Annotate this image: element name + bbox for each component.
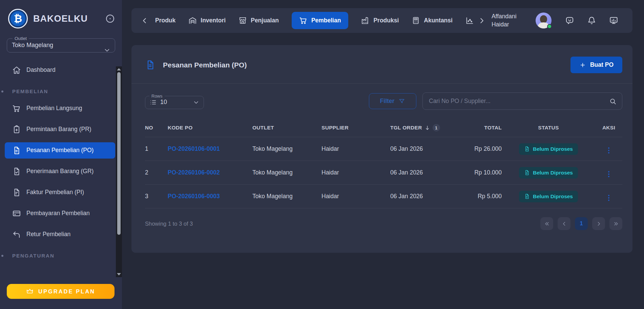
last-page-button[interactable] [609,217,622,230]
tab-pembelian[interactable]: Pembelian [292,12,349,29]
sidebar-item-pembayaran-pembelian[interactable]: Pembayaran Pembelian [5,205,115,222]
cell-supplier: Haidar [321,161,390,185]
online-status-dot [547,24,552,29]
chevron-left-icon [561,221,567,227]
sidebar-section-pembelian: PEMBELIAN [0,88,115,94]
store-icon [238,16,247,25]
user-name: Affandani Haidar [492,13,528,28]
po-link[interactable]: PO-20260106-0003 [168,193,220,200]
upgrade-plan-button[interactable]: UPGRADE PLAN [7,284,115,299]
bell-icon[interactable] [587,16,596,25]
tab-penjualan[interactable]: Penjualan [238,16,279,25]
cell-no: 2 [145,161,168,185]
nav-back-icon[interactable] [140,16,149,25]
column-header-kode: KODE PO [168,119,252,137]
cell-total: Rp 10.000 [451,161,502,185]
sidebar-item-label: Pembelian Langsung [26,104,82,112]
sidebar-item-retur-pembelian[interactable]: Retur Pembelian [5,226,115,243]
sidebar-scrollbar[interactable] [116,66,122,277]
tab-laporan[interactable] [465,16,474,25]
search-icon[interactable] [609,98,617,105]
funnel-icon [398,98,405,105]
first-page-button[interactable] [540,217,553,230]
tab-label: Penjualan [251,17,279,24]
avatar[interactable] [536,13,552,28]
page-1-button[interactable]: 1 [575,217,588,230]
home-icon [12,66,21,75]
nav-forward-icon[interactable] [477,16,486,25]
row-actions-kebab-icon[interactable] [606,170,611,179]
corner-up-left-icon [12,230,21,239]
row-actions-kebab-icon[interactable] [606,146,611,155]
sidebar-item-dashboard[interactable]: Dashboard [5,62,115,78]
sidebar-menu: DashboardPEMBELIANPembelian LangsungPerm… [0,62,122,259]
sidebar-item-label: Faktur Pembelian (PI) [26,188,84,197]
brand-name: BAKOELKU [33,14,88,24]
cart-icon [299,16,308,25]
sidebar: ₿ BAKOELKU Outlet Toko Magelang Dashboar… [0,0,122,309]
tab-produksi[interactable]: Produksi [361,16,399,25]
tab-label: Produk [155,17,175,24]
cell-status: Belum Diproses [502,185,595,208]
cell-outlet: Toko Magelang [252,185,321,208]
cell-total: Rp 5.000 [451,185,502,208]
pagination: 1 [540,217,622,230]
tab-produk[interactable]: Produk [155,17,175,24]
document-icon [145,60,155,70]
cell-aksi [595,185,622,208]
message-smile-icon[interactable] [565,16,574,25]
status-badge: Belum Diproses [519,191,578,202]
scroll-down-icon[interactable] [117,273,121,275]
sidebar-item-pembelian-langsung[interactable]: Pembelian Langsung [5,100,115,117]
page-title: Pesanan Pembelian (PO) [163,61,247,69]
outlet-select[interactable]: Outlet Toko Magelang [7,36,115,53]
status-badge: Belum Diproses [519,167,578,179]
factory-icon [361,16,370,25]
outlet-value: Toko Magelang [12,42,110,49]
scroll-up-icon[interactable] [117,68,121,70]
create-po-button[interactable]: Buat PO [570,57,622,73]
file-icon [524,193,530,199]
cell-kode-po: PO-20260106-0003 [168,185,252,208]
tab-inventori[interactable]: Inventori [188,16,226,25]
filter-label: Filter [380,98,395,105]
file-check-icon [12,167,21,176]
sidebar-item-label: Permintaan Barang (PR) [26,125,91,133]
cell-supplier: Haidar [321,185,390,208]
sidebar-section-pengaturan: PENGATURAN [0,253,115,259]
sidebar-item-faktur-pembelian-pi-[interactable]: Faktur Pembelian (PI) [5,184,115,201]
column-header-tgl[interactable]: TGL ORDER1 [390,119,451,137]
prev-page-button[interactable] [558,217,570,230]
next-page-button[interactable] [592,217,605,230]
sort-order-badge: 1 [433,124,440,131]
tab-label: Akuntansi [424,17,453,24]
rows-per-page-select[interactable]: Rows 10 [145,94,204,109]
monitor-chart-icon[interactable] [609,16,618,25]
create-po-label: Buat PO [590,61,614,68]
column-header-status: STATUS [502,119,595,137]
cell-outlet: Toko Magelang [252,161,321,185]
chevron-down-icon [193,99,200,106]
sidebar-item-permintaan-barang-pr-[interactable]: Permintaan Barang (PR) [5,121,115,138]
sortable-header[interactable]: TGL ORDER1 [390,124,440,131]
outlet-label: Outlet [13,36,29,41]
sidebar-item-pesanan-pembelian-po-[interactable]: Pesanan Pembelian (PO) [5,142,115,159]
filter-button[interactable]: Filter [369,93,416,109]
po-link[interactable]: PO-20260106-0002 [168,169,220,176]
scrollbar-thumb[interactable] [117,72,121,235]
row-actions-kebab-icon[interactable] [606,193,611,202]
sort-desc-icon [424,125,431,131]
clipboard-plus-icon [12,125,21,134]
sidebar-collapse-icon[interactable] [105,14,115,24]
cell-aksi [595,161,622,185]
tab-akuntansi[interactable]: Akuntansi [412,16,453,25]
brand-row: ₿ BAKOELKU [0,0,122,31]
chevron-down-icon [103,46,111,54]
table-header-row: NOKODE POOUTLETSUPPLIERTGL ORDER1TOTALST… [145,119,622,137]
search-input[interactable] [429,98,609,105]
po-link[interactable]: PO-20260106-0001 [168,145,220,152]
sidebar-item-penerimaan-barang-gr-[interactable]: Penerimaan Barang (GR) [5,163,115,180]
calculator-icon [412,16,420,25]
showing-text: Showing 1 to 3 of 3 [145,221,193,227]
card-footer: Showing 1 to 3 of 3 1 [131,208,632,230]
